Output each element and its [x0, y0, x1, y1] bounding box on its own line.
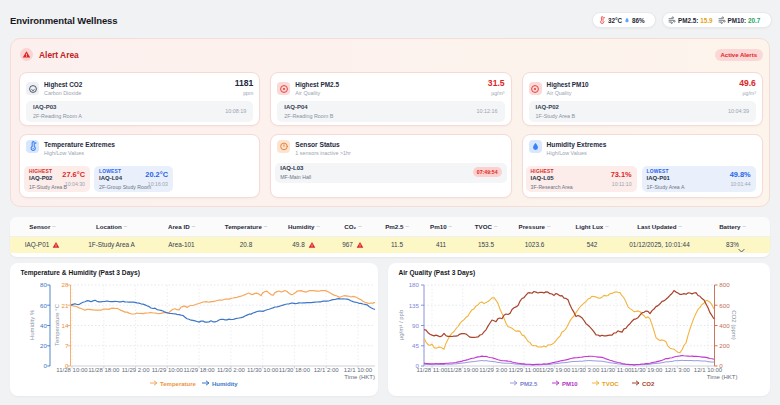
svg-text:11/29 19:00: 11/29 19:00 — [539, 367, 571, 373]
svg-text:11/28 19:00: 11/28 19:00 — [447, 367, 479, 373]
svg-text:CO2 (ppm): CO2 (ppm) — [731, 310, 737, 340]
svg-text:7: 7 — [65, 342, 69, 349]
svg-text:12/1 10:00: 12/1 10:00 — [694, 367, 723, 373]
svg-text:200: 200 — [719, 342, 730, 349]
svg-text:90: 90 — [412, 322, 419, 329]
svg-text:TVOC: TVOC — [602, 381, 619, 387]
svg-text:28: 28 — [62, 281, 69, 288]
svg-text:CO2: CO2 — [642, 381, 655, 387]
svg-text:Humidity: Humidity — [212, 381, 238, 387]
svg-text:11/28 10:00: 11/28 10:00 — [56, 367, 88, 373]
svg-text:Temperature °C: Temperature °C — [54, 303, 60, 346]
svg-text:11/29 3:00: 11/29 3:00 — [479, 367, 508, 373]
svg-text:40: 40 — [40, 322, 47, 329]
svg-text:14: 14 — [62, 322, 69, 329]
svg-text:400: 400 — [719, 322, 730, 329]
svg-text:11/29 2:00: 11/29 2:00 — [122, 367, 151, 373]
svg-text:PM2.5: PM2.5 — [520, 381, 538, 387]
svg-text:µg/m³ / ppb: µg/m³ / ppb — [398, 309, 404, 340]
svg-text:11/29 18:00: 11/29 18:00 — [183, 367, 215, 373]
svg-text:11/29 10:00: 11/29 10:00 — [152, 367, 184, 373]
svg-text:20: 20 — [40, 342, 47, 349]
svg-text:800: 800 — [719, 281, 730, 288]
svg-text:80: 80 — [40, 281, 47, 288]
svg-text:Time (HKT): Time (HKT) — [344, 374, 375, 380]
svg-text:Humidity %: Humidity % — [29, 309, 35, 340]
svg-text:11/28 18:00: 11/28 18:00 — [88, 367, 120, 373]
svg-text:11/29 11:00: 11/29 11:00 — [509, 367, 540, 373]
svg-text:45: 45 — [412, 342, 419, 349]
svg-text:Time (HKT): Time (HKT) — [707, 374, 738, 380]
svg-text:11/30 18:00: 11/30 18:00 — [279, 367, 311, 373]
svg-text:12/1 10:00: 12/1 10:00 — [344, 367, 373, 373]
svg-text:180: 180 — [409, 281, 420, 288]
svg-text:12/1 2:00: 12/1 2:00 — [314, 367, 340, 373]
svg-text:0: 0 — [44, 362, 48, 369]
svg-text:135: 135 — [409, 302, 420, 309]
svg-text:11/30 2:00: 11/30 2:00 — [217, 367, 246, 373]
svg-text:Temperature: Temperature — [160, 381, 197, 387]
svg-text:21: 21 — [62, 302, 69, 309]
svg-text:11/30 11:00: 11/30 11:00 — [601, 367, 632, 373]
svg-text:12/1 3:00: 12/1 3:00 — [665, 367, 691, 373]
svg-text:60: 60 — [40, 302, 47, 309]
svg-text:PM10: PM10 — [562, 381, 578, 387]
svg-text:11/30 10:00: 11/30 10:00 — [247, 367, 279, 373]
svg-text:11/28 11:00: 11/28 11:00 — [417, 367, 448, 373]
svg-text:11/30 3:00: 11/30 3:00 — [571, 367, 600, 373]
svg-text:600: 600 — [719, 302, 730, 309]
svg-text:11/30 19:00: 11/30 19:00 — [631, 367, 663, 373]
